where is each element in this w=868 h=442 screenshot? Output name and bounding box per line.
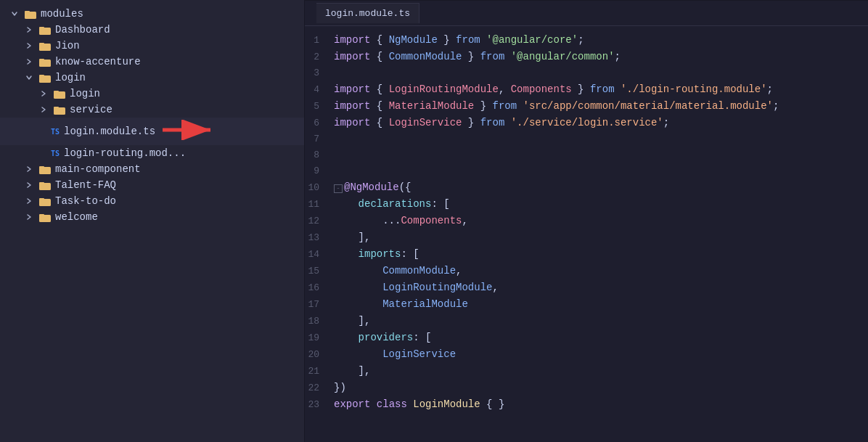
code-line: 6import { LoginService } from './service… (305, 115, 868, 131)
ts-badge: TS (51, 128, 60, 136)
chevron-down-icon (23, 72, 35, 83)
svg-rect-3 (39, 27, 44, 29)
sidebar-item-welcome[interactable]: welcome (0, 209, 304, 225)
chevron-right-icon (23, 195, 35, 207)
code-line: 22}) (305, 380, 868, 396)
sidebar-item-task-to-do[interactable]: Task-to-do (0, 193, 304, 209)
item-label: login (70, 88, 100, 99)
code-line: 23export class LoginModule { } (305, 396, 868, 413)
sidebar-item-main-component[interactable]: main-component (0, 161, 304, 177)
code-line: 7 (305, 131, 868, 147)
folder-icon (38, 73, 52, 83)
folder-icon (53, 89, 66, 99)
item-label: Talent-FAQ (55, 179, 116, 191)
line-content: import { LoginService } from './service/… (334, 115, 856, 131)
line-number: 13 (305, 230, 334, 246)
line-content: -@NgModule({ (334, 179, 856, 195)
line-content: imports: [ (334, 246, 856, 262)
line-number: 9 (305, 163, 334, 179)
tab-label: login.module.ts (325, 8, 410, 19)
line-number: 3 (305, 65, 334, 81)
code-line: 8 (305, 147, 868, 163)
line-content: LoginRoutingModule, (334, 279, 856, 295)
collapse-icon[interactable]: - (334, 184, 343, 193)
chevron-right-icon (23, 163, 35, 175)
svg-rect-13 (54, 107, 59, 109)
sidebar-item-service[interactable]: service (0, 102, 304, 118)
code-line: 17 MaterialModule (305, 296, 868, 313)
item-label: modules (41, 8, 83, 20)
chevron-right-icon (38, 104, 49, 115)
chevron-right-icon (23, 179, 35, 191)
chevron-right-icon (23, 40, 35, 52)
line-number: 21 (305, 364, 334, 380)
line-number: 4 (305, 82, 334, 98)
line-content: ...Components, (334, 213, 856, 229)
code-line: 19 providers: [ (305, 330, 868, 346)
line-content: MaterialModule (334, 296, 856, 312)
sidebar-item-login-module[interactable]: TSlogin.module.ts (0, 118, 304, 145)
code-line: 16 LoginRoutingModule, (305, 279, 868, 296)
chevron-right-icon (23, 24, 35, 36)
folder-icon (38, 164, 52, 174)
item-label: main-component (55, 163, 141, 175)
line-content: ], (334, 229, 856, 245)
sidebar-item-dashboard[interactable]: Dashboard (0, 22, 304, 38)
item-label: login.module.ts (64, 126, 155, 137)
line-number: 23 (305, 397, 334, 413)
item-label: know-accenture (55, 56, 141, 67)
line-number: 10 (305, 180, 334, 196)
code-line: 12 ...Components, (305, 213, 868, 229)
red-arrow-icon (161, 120, 219, 143)
sidebar-item-talent-faq[interactable]: Talent-FAQ (0, 177, 304, 193)
folder-icon (38, 41, 52, 51)
sidebar-item-login-sub[interactable]: login (0, 86, 304, 102)
line-number: 17 (305, 297, 334, 313)
folder-icon (38, 180, 52, 190)
line-number: 6 (305, 115, 334, 131)
item-label: welcome (55, 211, 98, 223)
line-number: 7 (305, 131, 334, 147)
line-number: 14 (305, 247, 334, 263)
item-label: Dashboard (55, 24, 110, 36)
folder-icon (24, 9, 37, 19)
line-number: 1 (305, 33, 334, 49)
svg-rect-17 (39, 166, 44, 168)
line-number: 18 (305, 314, 334, 330)
code-line: 10-@NgModule({ (305, 179, 868, 196)
folder-icon (38, 212, 52, 222)
item-label: Jion (55, 40, 80, 52)
sidebar-item-jion[interactable]: Jion (0, 38, 304, 54)
line-content: import { CommonModule } from '@angular/c… (334, 49, 856, 65)
code-line: 5import { MaterialModule } from 'src/app… (305, 98, 868, 115)
line-content: }) (334, 380, 856, 396)
sidebar-item-modules[interactable]: modules (0, 6, 304, 22)
sidebar-item-login-routing[interactable]: TSlogin-routing.mod... (0, 145, 304, 161)
item-label: Task-to-do (55, 195, 116, 207)
chevron-right-icon (23, 211, 35, 223)
file-explorer: modules Dashboard Jion know-accenture lo… (0, 0, 305, 442)
active-tab[interactable]: login.module.ts (316, 3, 419, 23)
code-line: 18 ], (305, 313, 868, 330)
svg-rect-11 (54, 91, 59, 93)
folder-icon (38, 57, 52, 67)
code-line: 1import { NgModule } from '@angular/core… (305, 32, 868, 49)
svg-rect-21 (39, 198, 44, 200)
svg-rect-23 (39, 214, 44, 216)
line-content: ], (334, 363, 856, 379)
line-number: 2 (305, 49, 334, 65)
code-line: 14 imports: [ (305, 246, 868, 263)
line-number: 8 (305, 147, 334, 163)
folder-icon (38, 196, 52, 206)
line-content: LoginService (334, 346, 856, 362)
line-content: ], (334, 313, 856, 329)
code-editor: login.module.ts 1import { NgModule } fro… (305, 0, 868, 442)
code-content: 1import { NgModule } from '@angular/core… (305, 26, 868, 442)
line-number: 11 (305, 197, 334, 213)
chevron-down-icon (9, 8, 20, 20)
item-label: login-routing.mod... (64, 147, 186, 159)
code-line: 15 CommonModule, (305, 263, 868, 279)
sidebar-item-login[interactable]: login (0, 70, 304, 86)
line-number: 22 (305, 380, 334, 396)
sidebar-item-know-accenture[interactable]: know-accenture (0, 54, 304, 70)
